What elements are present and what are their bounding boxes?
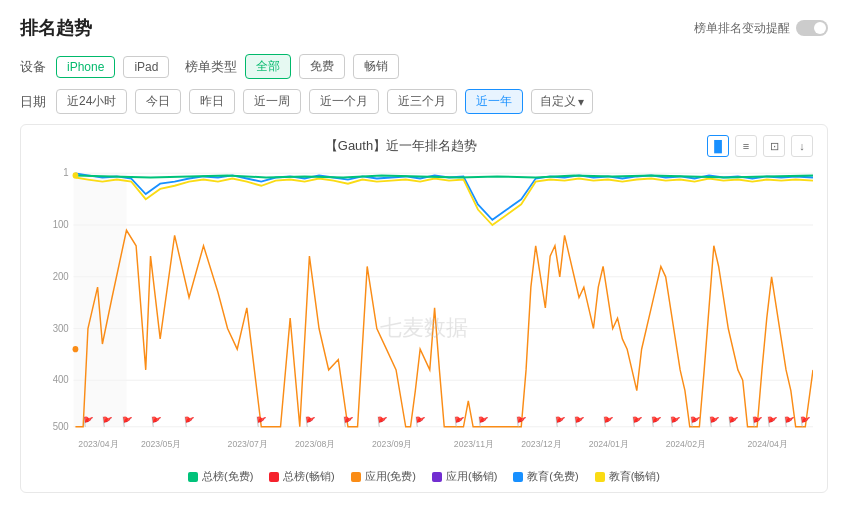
svg-text:2023/09月: 2023/09月 <box>372 439 412 449</box>
page-title: 排名趋势 <box>20 16 92 40</box>
legend-app-free: 应用(免费) <box>351 469 416 484</box>
toggle-label: 榜单排名变动提醒 <box>694 20 790 37</box>
svg-rect-0 <box>35 163 813 432</box>
svg-text:🚩: 🚩 <box>574 415 586 427</box>
btn-iphone[interactable]: iPhone <box>56 56 115 78</box>
svg-rect-23 <box>74 173 127 426</box>
bar-chart-btn[interactable]: ▐▌ <box>707 135 729 157</box>
legend-color-total-free <box>188 472 198 482</box>
legend-label-app-free: 应用(免费) <box>365 469 416 484</box>
svg-text:2024/02月: 2024/02月 <box>666 439 706 449</box>
legend-label-edu-paid: 教育(畅销) <box>609 469 660 484</box>
svg-point-51 <box>73 346 79 352</box>
btn-free[interactable]: 免费 <box>299 54 345 79</box>
toggle-switch[interactable] <box>796 20 828 36</box>
legend-label-total-free: 总榜(免费) <box>202 469 253 484</box>
btn-week[interactable]: 近一周 <box>243 89 301 114</box>
svg-text:🚩: 🚩 <box>184 415 196 427</box>
list-chart-btn[interactable]: ≡ <box>735 135 757 157</box>
legend-label-edu-free: 教育(免费) <box>527 469 578 484</box>
legend-label-total-paid: 总榜(畅销) <box>283 469 334 484</box>
legend-color-total-paid <box>269 472 279 482</box>
btn-all[interactable]: 全部 <box>245 54 291 79</box>
chart-title-row: 【Gauth】近一年排名趋势 ▐▌ ≡ ⊡ ↓ <box>35 135 813 157</box>
btn-year[interactable]: 近一年 <box>465 89 523 114</box>
chevron-down-icon: ▾ <box>578 95 584 109</box>
svg-text:🚩: 🚩 <box>478 415 490 427</box>
legend-color-app-paid <box>432 472 442 482</box>
svg-text:🚩: 🚩 <box>516 415 528 427</box>
svg-text:🚩: 🚩 <box>651 415 663 427</box>
svg-text:🚩: 🚩 <box>690 415 702 427</box>
legend-color-edu-paid <box>595 472 605 482</box>
svg-text:🚩: 🚩 <box>122 415 134 427</box>
svg-text:🚩: 🚩 <box>151 415 163 427</box>
svg-text:🚩: 🚩 <box>670 415 682 427</box>
chart-icons: ▐▌ ≡ ⊡ ↓ <box>707 135 813 157</box>
svg-text:🚩: 🚩 <box>102 415 114 427</box>
svg-text:2023/08月: 2023/08月 <box>295 439 335 449</box>
svg-text:300: 300 <box>53 322 69 333</box>
svg-text:2023/04月: 2023/04月 <box>78 439 118 449</box>
device-filter-label: 设备 <box>20 58 48 76</box>
device-filter-row: 设备 iPhone iPad 榜单类型 全部 免费 畅销 <box>20 54 828 79</box>
legend-app-paid: 应用(畅销) <box>432 469 497 484</box>
svg-text:🚩: 🚩 <box>752 415 764 427</box>
svg-text:🚩: 🚩 <box>800 415 812 427</box>
legend-color-edu-free <box>513 472 523 482</box>
svg-text:🚩: 🚩 <box>343 415 355 427</box>
svg-text:200: 200 <box>53 271 69 282</box>
svg-text:🚩: 🚩 <box>415 415 427 427</box>
svg-text:🚩: 🚩 <box>632 415 644 427</box>
chart-area: 1 100 200 300 400 500 2023/04月 2023/05月 … <box>35 163 813 463</box>
svg-text:1: 1 <box>63 167 69 178</box>
legend-label-app-paid: 应用(畅销) <box>446 469 497 484</box>
chart-svg: 1 100 200 300 400 500 2023/04月 2023/05月 … <box>35 163 813 463</box>
svg-text:🚩: 🚩 <box>784 415 796 427</box>
legend-total-paid: 总榜(畅销) <box>269 469 334 484</box>
chart-type-filter-label: 榜单类型 <box>185 58 237 76</box>
legend-edu-free: 教育(免费) <box>513 469 578 484</box>
svg-text:2024/04月: 2024/04月 <box>748 439 788 449</box>
btn-month[interactable]: 近一个月 <box>309 89 379 114</box>
svg-text:2023/07月: 2023/07月 <box>228 439 268 449</box>
svg-text:🚩: 🚩 <box>305 415 317 427</box>
svg-text:2023/05月: 2023/05月 <box>141 439 181 449</box>
date-filter-row: 日期 近24小时 今日 昨日 近一周 近一个月 近三个月 近一年 自定义 ▾ <box>20 89 828 114</box>
btn-custom[interactable]: 自定义 ▾ <box>531 89 593 114</box>
btn-today[interactable]: 今日 <box>135 89 181 114</box>
legend-color-app-free <box>351 472 361 482</box>
btn-ipad[interactable]: iPad <box>123 56 169 78</box>
svg-text:2023/11月: 2023/11月 <box>454 439 494 449</box>
svg-text:🚩: 🚩 <box>83 415 95 427</box>
svg-text:100: 100 <box>53 219 69 230</box>
svg-text:🚩: 🚩 <box>603 415 615 427</box>
chart-title: 【Gauth】近一年排名趋势 <box>95 137 707 155</box>
legend-total-free: 总榜(免费) <box>188 469 253 484</box>
svg-text:2023/12月: 2023/12月 <box>521 439 561 449</box>
btn-24h[interactable]: 近24小时 <box>56 89 127 114</box>
svg-text:🚩: 🚩 <box>377 415 389 427</box>
btn-yesterday[interactable]: 昨日 <box>189 89 235 114</box>
svg-text:400: 400 <box>53 374 69 385</box>
svg-text:🚩: 🚩 <box>555 415 567 427</box>
svg-text:2024/01月: 2024/01月 <box>589 439 629 449</box>
btn-paid[interactable]: 畅销 <box>353 54 399 79</box>
svg-text:🚩: 🚩 <box>454 415 466 427</box>
chart-card: 【Gauth】近一年排名趋势 ▐▌ ≡ ⊡ ↓ 1 100 <box>20 124 828 493</box>
svg-text:🚩: 🚩 <box>256 415 268 427</box>
toggle-row: 榜单排名变动提醒 <box>694 20 828 37</box>
legend-row: 总榜(免费) 总榜(畅销) 应用(免费) 应用(畅销) 教育(免费) 教育(畅销… <box>35 469 813 484</box>
svg-text:🚩: 🚩 <box>728 415 740 427</box>
legend-edu-paid: 教育(畅销) <box>595 469 660 484</box>
svg-text:500: 500 <box>53 421 69 432</box>
image-btn[interactable]: ⊡ <box>763 135 785 157</box>
svg-text:🚩: 🚩 <box>709 415 721 427</box>
svg-text:🚩: 🚩 <box>767 415 779 427</box>
btn-3months[interactable]: 近三个月 <box>387 89 457 114</box>
svg-point-50 <box>73 172 79 178</box>
download-btn[interactable]: ↓ <box>791 135 813 157</box>
date-filter-label: 日期 <box>20 93 48 111</box>
